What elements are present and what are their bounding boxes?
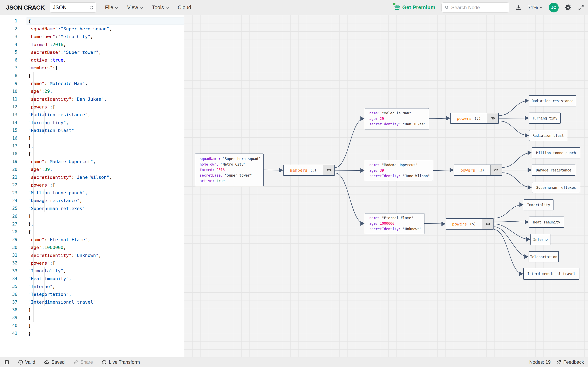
feedback-button[interactable]: Feedback <box>556 359 584 365</box>
graph-node-leaf[interactable]: Radiation resistance <box>529 95 576 106</box>
code-line[interactable]: "Radiation blast" <box>26 126 184 134</box>
json-editor[interactable]: 1{2 "squadName": "Super hero squad",3 "h… <box>0 15 184 337</box>
graph-node-leaf[interactable]: Superhuman reflexes <box>532 182 580 193</box>
avatar[interactable]: JC <box>549 3 559 12</box>
live-transform-toggle[interactable]: Live Transform <box>102 359 140 365</box>
expand-collapse-link-button[interactable] <box>482 219 493 229</box>
download-button[interactable] <box>515 4 522 11</box>
code-line[interactable]: "Superhuman reflexes" <box>26 205 184 212</box>
graph-node-parent-powers[interactable]: powers(5) <box>446 218 494 230</box>
graph-node-leaf[interactable]: Radiation blast <box>529 130 567 141</box>
code-line[interactable]: "formed": 2016, <box>26 41 184 48</box>
code-line[interactable]: "powers": [ <box>26 259 184 267</box>
indent-guide <box>44 298 44 306</box>
graph-edge <box>494 224 530 239</box>
code-line[interactable]: "name": "Eternal Flame", <box>26 236 184 243</box>
expand-collapse-link-button[interactable] <box>487 113 498 123</box>
indent-guide <box>34 150 34 158</box>
graph-node-leaf[interactable]: Immortality <box>524 199 553 210</box>
code-line[interactable]: "active": true, <box>26 56 184 64</box>
format-select[interactable]: JSON <box>50 2 96 13</box>
code-line[interactable]: "secretIdentity": "Dan Jukes", <box>26 95 184 103</box>
code-line[interactable]: "secretIdentity": "Unknown", <box>26 251 184 259</box>
code-line[interactable]: "age": 39, <box>26 166 184 173</box>
indent-guide <box>44 119 44 126</box>
code-line[interactable]: "homeTown": "Metro City", <box>26 33 184 41</box>
editor-line: 41} <box>0 329 184 337</box>
share-button[interactable]: Share <box>73 359 93 365</box>
graph-node-leaf[interactable]: Turning tiny <box>529 113 561 124</box>
graph-node-object[interactable]: name: "Molecule Man"age: 29secretIdentit… <box>365 108 429 129</box>
code-line[interactable]: "Heat Immunity", <box>26 275 184 283</box>
code-line[interactable]: "age": 1000000, <box>26 244 184 251</box>
graph-node-parent-members[interactable]: members(3) <box>283 165 335 176</box>
code-line[interactable]: "squadName": "Super hero squad", <box>26 25 184 33</box>
code-line[interactable]: "Damage resistance", <box>26 197 184 205</box>
code-line[interactable]: "Immortality", <box>26 267 184 275</box>
graph-node-leaf[interactable]: Heat Immunity <box>529 217 564 228</box>
graph-node-object[interactable]: name: "Madame Uppercut"age: 39secretIden… <box>365 160 433 181</box>
code-line[interactable]: ] <box>26 306 184 314</box>
code-line[interactable]: { <box>26 150 184 158</box>
code-line[interactable]: "secretIdentity": "Jane Wilson", <box>26 173 184 181</box>
menu-tools[interactable]: Tools <box>152 4 168 10</box>
indent-guide <box>39 197 39 205</box>
code-line[interactable]: } <box>26 314 184 322</box>
graph-node-leaf[interactable]: Inferno <box>530 234 550 245</box>
saved-status[interactable]: Saved <box>44 359 65 365</box>
code-line[interactable]: "name": "Molecule Man", <box>26 80 184 87</box>
code-line[interactable]: { <box>26 17 184 25</box>
graph-node-leaf[interactable]: Teleportation <box>528 251 559 262</box>
app-logo: JSON CRACK <box>6 4 44 11</box>
graph-node-leaf[interactable]: Interdimensional travel <box>523 268 579 280</box>
menu-view[interactable]: View <box>127 4 142 10</box>
code-line[interactable]: "Interdimensional travel" <box>26 298 184 306</box>
code-line[interactable]: } <box>26 329 184 337</box>
valid-status[interactable]: Valid <box>18 359 35 365</box>
code-line[interactable]: "Radiation resistance", <box>26 111 184 119</box>
graph-node-parent-powers[interactable]: powers(3) <box>454 165 502 176</box>
graph-canvas[interactable]: squadName: "Super hero squad"homeTown: "… <box>184 15 588 357</box>
code-line[interactable]: "powers": [ <box>26 181 184 189</box>
code-line[interactable]: { <box>26 72 184 80</box>
editor-line: 20 "age": 39, <box>0 166 184 173</box>
code-line[interactable]: "name": "Madame Uppercut", <box>26 158 184 165</box>
code-line[interactable]: "Inferno", <box>26 283 184 290</box>
code-line[interactable]: }, <box>26 142 184 150</box>
toggle-panel-button[interactable] <box>4 360 9 365</box>
menu-file[interactable]: File <box>105 4 117 10</box>
indent-guide <box>39 181 39 189</box>
menu-cloud[interactable]: Cloud <box>178 4 191 10</box>
code-line[interactable]: "members": [ <box>26 64 184 72</box>
expand-collapse-link-button[interactable] <box>490 165 502 175</box>
line-number: 16 <box>0 136 19 141</box>
graph-node-leaf[interactable]: Million tonne punch <box>532 147 580 158</box>
graph-node-leaf[interactable]: Damage resistance <box>532 165 575 176</box>
code-line[interactable]: ] <box>26 134 184 142</box>
code-line[interactable]: "Million tonne punch", <box>26 189 184 197</box>
indent-guide <box>44 189 44 197</box>
indent-guide <box>39 259 39 267</box>
json-editor-pane[interactable]: 1{2 "squadName": "Super hero squad",3 "h… <box>0 15 184 357</box>
zoom-level-control[interactable]: 71% <box>528 5 543 10</box>
settings-button[interactable] <box>565 4 572 11</box>
code-line[interactable]: "Turning tiny", <box>26 119 184 126</box>
code-line[interactable]: "secretBase": "Super tower", <box>26 48 184 56</box>
graph-node-parent-powers[interactable]: powers(3) <box>450 113 499 124</box>
code-line[interactable]: { <box>26 228 184 236</box>
code-line[interactable]: "powers": [ <box>26 103 184 111</box>
indent-guide <box>39 158 39 165</box>
code-line[interactable]: "Teleportation", <box>26 290 184 298</box>
editor-line: 12 "powers": [ <box>0 103 184 111</box>
fullscreen-button[interactable] <box>578 4 584 11</box>
expand-collapse-link-button[interactable] <box>323 165 334 175</box>
code-line[interactable]: ] <box>26 212 184 220</box>
graph-node-object[interactable]: name: "Eternal Flame"age: 1000000secretI… <box>365 213 424 234</box>
line-number: 7 <box>0 66 19 70</box>
code-line[interactable]: "age": 29, <box>26 87 184 95</box>
get-premium-button[interactable]: Get Premium <box>394 4 435 11</box>
code-line[interactable]: }, <box>26 220 184 228</box>
code-line[interactable]: ] <box>26 322 184 329</box>
graph-node-object[interactable]: squadName: "Super hero squad"homeTown: "… <box>195 154 264 186</box>
search-node-input[interactable] <box>451 5 506 10</box>
